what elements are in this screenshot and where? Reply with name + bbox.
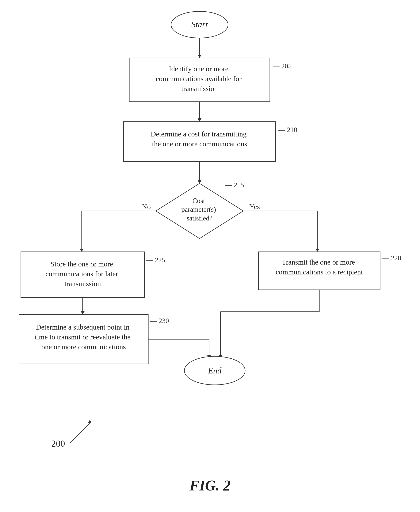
box230-text: Determine a subsequent point in time to …: [35, 323, 133, 351]
label-215: — 215: [225, 181, 244, 189]
label-225: — 225: [146, 256, 165, 264]
diagram-number: 200: [51, 438, 65, 449]
fig-caption: FIG. 2: [189, 477, 231, 494]
flowchart-diagram: Start — 205 Identify one or more communi…: [0, 0, 420, 512]
label-220: — 220: [382, 254, 401, 262]
label-205: — 205: [272, 62, 292, 70]
end-label: End: [208, 366, 222, 375]
label-230: — 230: [150, 317, 169, 325]
start-label: Start: [191, 20, 208, 29]
no-label: No: [142, 203, 151, 211]
label-210: — 210: [278, 126, 297, 134]
yes-label: Yes: [249, 203, 260, 211]
